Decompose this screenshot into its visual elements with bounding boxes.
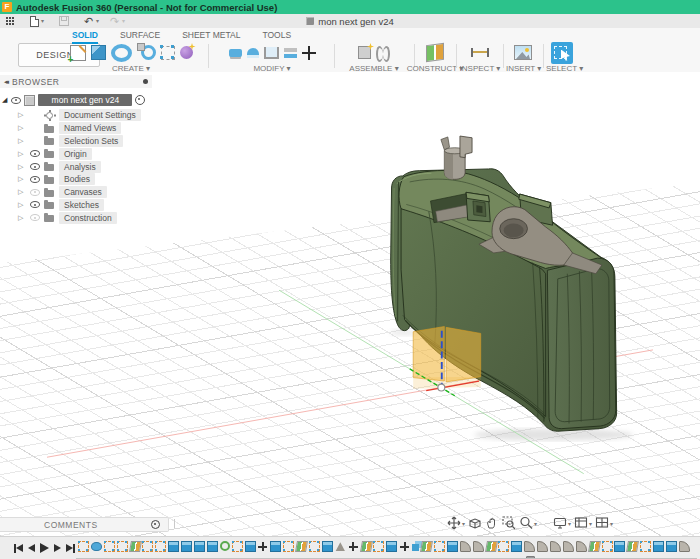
visibility-eye-icon[interactable] xyxy=(29,176,40,183)
construction-plane-icon[interactable] xyxy=(426,43,444,63)
timeline-feature-icon[interactable] xyxy=(295,541,308,552)
browser-item[interactable]: ▷ Named Views xyxy=(0,122,152,135)
visibility-eye-icon[interactable] xyxy=(29,112,40,119)
shell-icon[interactable] xyxy=(264,47,279,59)
timeline-feature-icon[interactable] xyxy=(181,541,192,552)
browser-item-label[interactable]: Canvases xyxy=(59,186,107,198)
timeline-feature-icon[interactable] xyxy=(194,541,205,552)
undo-icon[interactable]: ↶ xyxy=(84,16,93,26)
timeline-feature-icon[interactable] xyxy=(232,541,243,552)
timeline-feature-icon[interactable] xyxy=(283,541,294,552)
visibility-eye-icon[interactable] xyxy=(29,137,40,144)
browser-item[interactable]: ▷ Selection Sets xyxy=(0,135,152,148)
visibility-eye-icon[interactable] xyxy=(29,125,40,132)
app-grid-menu-icon[interactable] xyxy=(6,16,15,25)
timeline-feature-icon[interactable] xyxy=(168,541,179,552)
zoom-window-icon[interactable] xyxy=(502,516,516,530)
timeline-feature-icon[interactable] xyxy=(220,541,230,551)
expand-arrow-icon[interactable]: ▷ xyxy=(18,111,25,119)
save-icon[interactable] xyxy=(59,16,69,26)
play-icon[interactable] xyxy=(40,543,49,553)
visibility-eye-icon[interactable] xyxy=(29,163,40,170)
timeline-feature-icon[interactable] xyxy=(129,541,142,552)
display-settings-icon[interactable]: ▾ xyxy=(553,516,571,530)
timeline-feature-icon[interactable] xyxy=(640,541,651,552)
pattern-icon[interactable] xyxy=(161,46,175,60)
timeline-feature-icon[interactable] xyxy=(117,541,128,552)
timeline-feature-icon[interactable] xyxy=(257,541,268,552)
comments-bar[interactable]: COMMENTS xyxy=(0,517,169,532)
hand-orbit-icon[interactable] xyxy=(485,516,499,530)
timeline-feature-icon[interactable] xyxy=(373,541,384,552)
browser-item-label[interactable]: Bodies xyxy=(59,173,95,185)
timeline-feature-icon[interactable] xyxy=(309,541,320,552)
zoom-icon[interactable]: ▾ xyxy=(519,516,537,530)
create-sketch-icon[interactable] xyxy=(70,45,86,61)
timeline-feature-icon[interactable] xyxy=(563,541,574,552)
timeline-feature-icon[interactable] xyxy=(335,541,346,552)
timeline-feature-icon[interactable] xyxy=(653,541,664,552)
expand-arrow-icon[interactable]: ▷ xyxy=(18,201,25,209)
browser-header[interactable]: ◂◂ BROWSER xyxy=(0,75,152,88)
offset-icon[interactable] xyxy=(284,48,297,52)
visibility-eye-icon[interactable] xyxy=(29,201,40,208)
selected-faces-highlight[interactable] xyxy=(413,327,481,389)
expand-arrow-icon[interactable]: ▷ xyxy=(18,175,25,183)
browser-root-item[interactable]: ◢ mon next gen v24 xyxy=(2,94,152,106)
timeline-feature-icon[interactable] xyxy=(666,541,677,552)
root-component-label[interactable]: mon next gen v24 xyxy=(38,94,132,106)
timeline-feature-icon[interactable] xyxy=(270,541,281,552)
look-at-icon[interactable] xyxy=(468,516,482,530)
press-pull-icon[interactable] xyxy=(229,49,242,57)
timeline-feature-icon[interactable] xyxy=(245,541,256,552)
timeline-feature-icon[interactable] xyxy=(360,541,373,552)
timeline-feature-icon[interactable] xyxy=(588,541,601,552)
browser-item[interactable]: ▷ Origin xyxy=(0,147,152,160)
expand-arrow-icon[interactable]: ▷ xyxy=(18,214,25,222)
expand-arrow-icon[interactable]: ▷ xyxy=(18,163,25,171)
timeline-feature-icon[interactable] xyxy=(537,541,548,552)
browser-item[interactable]: ▷ Construction xyxy=(0,211,152,224)
expand-arrow-icon[interactable]: ▷ xyxy=(18,188,25,196)
new-file-caret-icon[interactable]: ▾ xyxy=(41,17,44,24)
collapse-panel-icon[interactable]: ◂◂ xyxy=(4,78,7,86)
create-form-icon[interactable] xyxy=(180,46,193,59)
timeline-feature-icon[interactable] xyxy=(104,541,115,552)
timeline-feature-icon[interactable] xyxy=(386,541,397,552)
timeline-feature-icon[interactable] xyxy=(550,541,561,552)
activate-component-icon[interactable] xyxy=(135,95,145,105)
insert-image-icon[interactable] xyxy=(514,45,532,60)
pan-icon[interactable]: ▾ xyxy=(447,516,465,530)
expand-arrow-icon[interactable]: ▷ xyxy=(18,150,25,158)
comments-options-icon[interactable] xyxy=(151,520,160,529)
timeline-feature-icon[interactable] xyxy=(155,541,166,552)
timeline-feature-icon[interactable] xyxy=(511,541,522,552)
browser-item-label[interactable]: Sketches xyxy=(59,199,104,211)
browser-item[interactable]: ▷ Bodies xyxy=(0,173,152,186)
browser-item-label[interactable]: Origin xyxy=(59,148,92,160)
fillet-icon[interactable] xyxy=(247,48,259,58)
timeline-feature-icon[interactable] xyxy=(485,541,498,552)
timeline-feature-icon[interactable] xyxy=(614,541,625,552)
browser-item[interactable]: ▷ Canvases xyxy=(0,186,152,199)
timeline-feature-icon[interactable] xyxy=(679,541,690,552)
timeline-feature-icon[interactable] xyxy=(498,541,509,552)
visibility-eye-icon[interactable] xyxy=(29,214,40,221)
skip-to-start-icon[interactable] xyxy=(14,544,23,553)
browser-item-label[interactable]: Selection Sets xyxy=(59,135,123,147)
document-tab[interactable]: mon next gen v24 xyxy=(285,15,415,27)
expand-arrow-icon[interactable]: ▷ xyxy=(18,124,25,132)
browser-item[interactable]: ▷ Sketches xyxy=(0,199,152,212)
timeline-feature-icon[interactable] xyxy=(91,542,102,551)
timeline-feature-icon[interactable] xyxy=(460,541,471,552)
origin-point[interactable] xyxy=(438,384,445,391)
browser-item-label[interactable]: Analysis xyxy=(59,161,101,173)
visibility-eye-icon[interactable] xyxy=(10,97,21,104)
browser-item-label[interactable]: Document Settings xyxy=(59,109,141,121)
browser-item[interactable]: ▷ Document Settings xyxy=(0,109,152,122)
expand-arrow-icon[interactable]: ◢ xyxy=(2,96,7,104)
browser-item-label[interactable]: Named Views xyxy=(59,122,121,134)
grid-settings-icon[interactable]: ▾ xyxy=(574,516,592,530)
timeline-feature-icon[interactable] xyxy=(626,541,639,552)
viewports-icon[interactable]: ▾ xyxy=(595,516,613,530)
